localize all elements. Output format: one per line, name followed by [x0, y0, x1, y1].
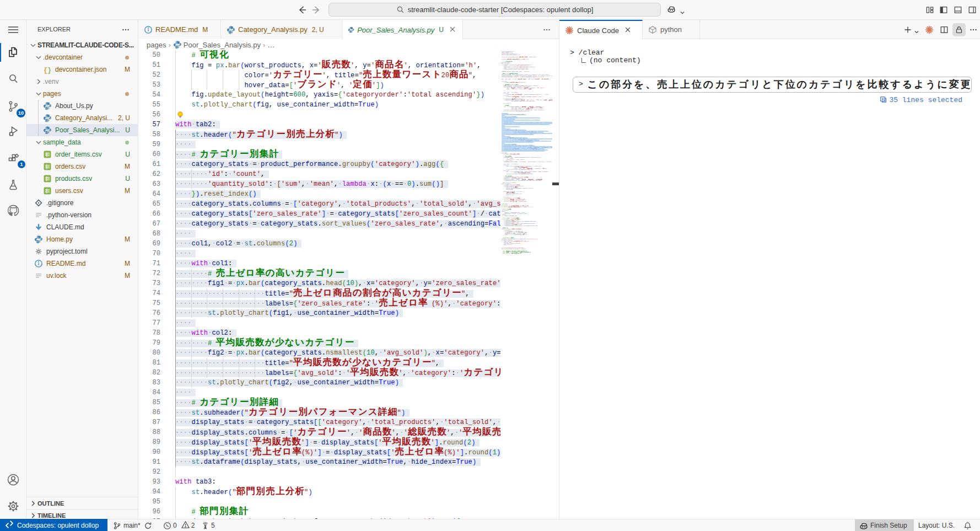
svg-text:}: }	[47, 67, 51, 74]
